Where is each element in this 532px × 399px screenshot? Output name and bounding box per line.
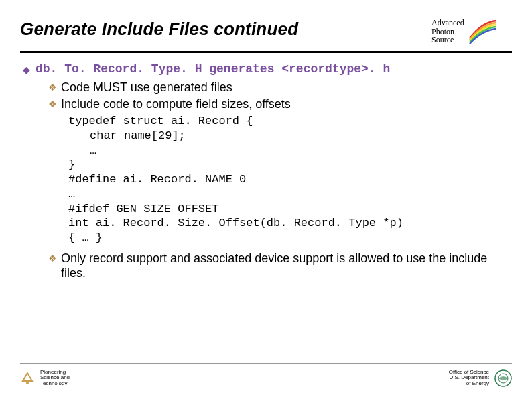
footer-line: Technology xyxy=(40,381,70,387)
slide-title: Generate Include Files continued xyxy=(20,19,298,40)
code-line: … xyxy=(68,187,512,202)
bullet-level2: ❖ Include code to compute field sizes, o… xyxy=(48,97,512,112)
bullet1-text: db. To. Record. Type. H generates <recor… xyxy=(36,62,390,76)
svg-point-0 xyxy=(26,382,29,384)
code-line: } xyxy=(68,158,512,172)
code-line: { … } xyxy=(68,231,512,245)
diamond-subbullet-icon: ❖ xyxy=(48,99,57,109)
aps-swoosh-icon xyxy=(468,18,498,45)
sub2-text: Include code to compute field sizes, off… xyxy=(61,97,291,112)
footer-line: of Energy xyxy=(449,381,489,387)
diamond-subbullet-icon: ❖ xyxy=(48,253,57,264)
bullet-level2: ❖ Only record support and associated dev… xyxy=(48,251,512,281)
diamond-subbullet-icon: ❖ xyxy=(48,82,57,93)
footer-left: Pioneering Science and Technology xyxy=(20,369,70,387)
footer-right-text: Office of Science U.S. Department of Ene… xyxy=(449,369,489,387)
footer: Pioneering Science and Technology Office… xyxy=(20,363,512,387)
code-line: char name[29]; xyxy=(68,129,512,144)
aps-line: Source xyxy=(431,36,464,44)
doe-logo-icon xyxy=(494,369,512,387)
code-line: #ifdef GEN_SIZE_OFFSET xyxy=(68,202,512,217)
code-block: typedef struct ai. Record { char name[29… xyxy=(68,114,512,245)
code-line: #define ai. Record. NAME 0 xyxy=(68,172,512,187)
code-line: int ai. Record. Size. Offset(db. Record.… xyxy=(68,216,512,231)
aps-logo-text: Advanced Photon Source xyxy=(431,19,464,44)
argonne-logo-icon xyxy=(20,371,35,386)
slide: Generate Include Files continued Advance… xyxy=(0,0,532,399)
aps-logo: Advanced Photon Source xyxy=(431,16,512,47)
code-line: … xyxy=(68,144,512,158)
aps-line: Advanced xyxy=(431,19,464,27)
bullet-level1: ◆ db. To. Record. Type. H generates <rec… xyxy=(23,62,512,76)
header: Generate Include Files continued Advance… xyxy=(20,19,512,53)
sub3-text: Only record support and associated devic… xyxy=(61,251,512,281)
diamond-bullet-icon: ◆ xyxy=(23,64,30,75)
content: ◆ db. To. Record. Type. H generates <rec… xyxy=(20,62,512,281)
footer-right: Office of Science U.S. Department of Ene… xyxy=(449,369,512,387)
sub1-text: Code MUST use generated files xyxy=(61,80,232,95)
footer-left-text: Pioneering Science and Technology xyxy=(40,369,70,387)
code-line: typedef struct ai. Record { xyxy=(68,114,512,129)
bullet-level2: ❖ Code MUST use generated files xyxy=(48,80,512,95)
